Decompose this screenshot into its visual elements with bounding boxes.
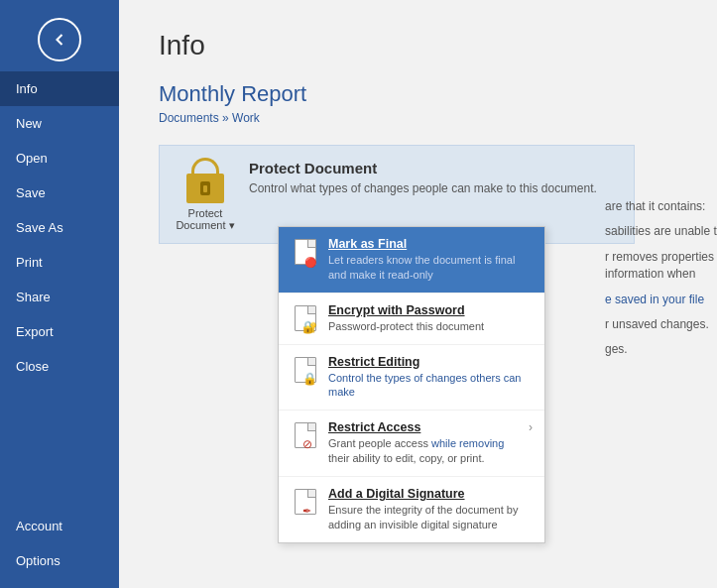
doc-title: Monthly Report	[159, 81, 677, 107]
sidebar-item-save[interactable]: Save	[0, 176, 119, 210]
dropdown-item-restrict-access[interactable]: ⊘ Restrict Access Grant people access wh…	[279, 411, 544, 477]
restrict-access-arrow: ›	[529, 420, 533, 434]
sidebar-item-close[interactable]: Close	[0, 349, 119, 384]
sidebar-item-export[interactable]: Export	[0, 314, 119, 349]
mark-final-title: Mark as Final	[328, 237, 533, 251]
protect-document-text: Protect Document Control what types of c…	[249, 160, 597, 197]
right-info-line2: sabilities are unable to read	[605, 223, 717, 240]
mark-final-desc: Let readers know the document is final a…	[328, 253, 533, 283]
dropdown-item-encrypt[interactable]: 🔐 Encrypt with Password Password-protect…	[279, 294, 544, 345]
dropdown-item-restrict-editing[interactable]: 🔒 Restrict Editing Control the types of …	[279, 345, 544, 412]
sidebar-nav: Info New Open Save Save As Print Share E…	[0, 71, 119, 509]
back-button[interactable]	[38, 18, 81, 61]
digital-signature-desc: Ensure the integrity of the document by …	[328, 503, 533, 532]
dropdown-item-digital-signature[interactable]: ✒ Add a Digital Signature Ensure the int…	[279, 477, 544, 542]
right-info-line3: r removes properties and personal inform…	[605, 249, 717, 284]
sidebar-item-save-as[interactable]: Save As	[0, 210, 119, 245]
protect-document-button[interactable]: ProtectDocument ▾	[176, 160, 235, 229]
restrict-access-title: Restrict Access	[328, 420, 529, 434]
protect-dropdown-menu: 🔴 Mark as Final Let readers know the doc…	[278, 226, 545, 543]
sidebar-item-print[interactable]: Print	[0, 245, 119, 280]
right-info-line4: r unsaved changes.	[605, 316, 717, 333]
sidebar-item-open[interactable]: Open	[0, 141, 119, 176]
encrypt-icon: 🔐	[291, 303, 320, 331]
encrypt-title: Encrypt with Password	[328, 303, 533, 317]
sidebar-item-info[interactable]: Info	[0, 71, 119, 106]
mark-final-icon: 🔴	[291, 237, 320, 265]
sidebar: Info New Open Save Save As Print Share E…	[0, 0, 119, 588]
protect-button-label: ProtectDocument ▾	[176, 207, 234, 232]
right-info-line1: are that it contains:	[605, 198, 717, 215]
sidebar-item-share[interactable]: Share	[0, 280, 119, 314]
encrypt-desc: Password-protect this document	[328, 319, 533, 334]
restrict-access-icon: ⊘	[291, 420, 320, 448]
doc-path: Documents » Work	[159, 111, 677, 125]
sidebar-item-account[interactable]: Account	[0, 509, 119, 543]
page-title: Info	[159, 30, 677, 61]
dropdown-item-mark-final[interactable]: 🔴 Mark as Final Let readers know the doc…	[279, 227, 544, 294]
restrict-editing-icon: 🔒	[291, 355, 320, 383]
restrict-access-desc: Grant people access while removingtheir …	[328, 436, 529, 466]
sidebar-bottom: Account Options	[0, 509, 119, 578]
right-info-line5: ges.	[605, 341, 717, 358]
sidebar-item-options[interactable]: Options	[0, 543, 119, 578]
right-info-section: are that it contains: sabilities are una…	[605, 198, 717, 367]
right-info-link[interactable]: e saved in your file	[605, 292, 717, 308]
restrict-editing-desc: Control the types of changes others can …	[328, 371, 533, 401]
digital-signature-title: Add a Digital Signature	[328, 487, 533, 501]
digital-signature-icon: ✒	[291, 487, 320, 515]
sidebar-item-new[interactable]: New	[0, 106, 119, 141]
main-content: Info Monthly Report Documents » Work Pro…	[119, 0, 717, 588]
restrict-editing-title: Restrict Editing	[328, 355, 533, 369]
